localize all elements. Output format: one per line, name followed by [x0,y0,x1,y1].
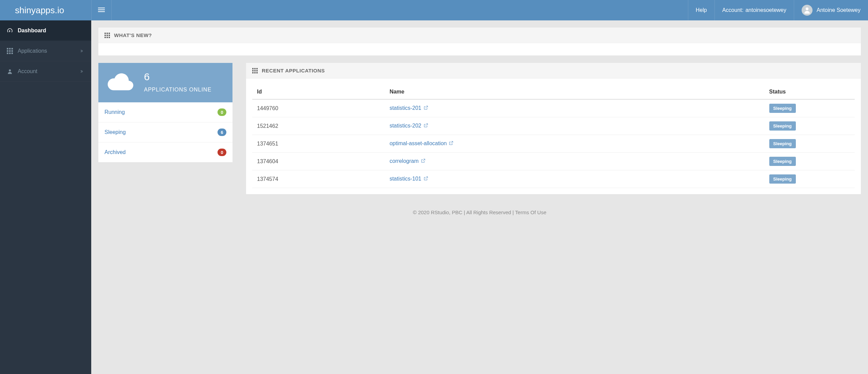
terms-link[interactable]: Terms Of Use [515,209,546,215]
svg-rect-11 [9,52,11,54]
table-row: 1449760statistics-201Sleeping [252,99,855,117]
svg-rect-31 [256,72,258,73]
account-label: Account: [722,7,743,13]
stat-row-sleeping[interactable]: Sleeping6 [98,122,232,142]
external-link-icon[interactable] [423,105,428,112]
stat-row-archived[interactable]: Archived0 [98,142,232,162]
svg-rect-28 [256,70,258,71]
app-name-link[interactable]: statistics-202 [389,123,421,129]
svg-rect-25 [256,68,258,69]
grid-icon [105,33,110,38]
external-link-icon[interactable] [421,158,425,165]
chevron-right-icon [80,68,84,74]
account-switcher[interactable]: Account: antoinesoetewey [714,0,794,20]
svg-rect-4 [7,48,9,50]
app-id: 1374651 [252,135,385,153]
col-id: Id [252,85,385,99]
whats-new-body [98,43,861,55]
state-label: Sleeping [105,129,126,135]
footer: © 2020 RStudio, PBC | All Rights Reserve… [98,201,861,219]
app-name-link[interactable]: correlogram [389,158,418,164]
svg-rect-15 [107,33,108,34]
app-id: 1374574 [252,170,385,188]
svg-rect-8 [9,50,11,52]
table-row: 1374574statistics-101Sleeping [252,170,855,188]
svg-rect-17 [105,35,106,36]
svg-rect-7 [7,50,9,52]
sidebar-item-account[interactable]: Account [0,61,91,82]
status-button[interactable]: Sleeping [769,174,796,184]
svg-rect-9 [12,50,13,52]
avatar-icon [802,5,813,16]
svg-rect-26 [252,70,254,71]
sidebar-item-dashboard[interactable]: Dashboard [0,20,91,41]
main-content: WHAT'S NEW? 6 APPLICATIONS ONLINE [91,20,868,374]
stat-label: APPLICATIONS ONLINE [144,87,211,93]
state-count-badge: 0 [218,108,226,116]
top-header: shinyapps.io Help Account: antoinesoetew… [0,0,868,20]
recent-apps-table: Id Name Status 1449760statistics-201Slee… [252,85,855,188]
user-icon [7,68,16,74]
hamburger-icon [98,6,105,14]
svg-rect-19 [109,35,110,36]
state-label: Running [105,109,125,115]
stat-row-running[interactable]: Running0 [98,102,232,122]
svg-rect-0 [98,7,105,8]
stat-count: 6 [144,71,211,83]
app-name-link[interactable]: optimal-asset-allocation [389,140,447,146]
col-status: Status [765,85,855,99]
svg-point-3 [806,7,808,10]
svg-rect-29 [252,72,254,73]
table-row: 1374604correlogramSleeping [252,153,855,170]
app-name-link[interactable]: statistics-101 [389,176,421,182]
state-label: Archived [105,149,126,155]
svg-rect-6 [12,48,13,50]
cloud-icon [106,71,135,93]
svg-rect-5 [9,48,11,50]
help-link[interactable]: Help [688,0,714,20]
menu-toggle-button[interactable] [91,0,112,20]
col-name: Name [385,85,764,99]
account-name: antoinesoetewey [745,7,786,13]
status-button[interactable]: Sleeping [769,104,796,113]
sidebar-item-applications[interactable]: Applications [0,41,91,61]
user-menu[interactable]: Antoine Soetewey [794,0,868,20]
status-button[interactable]: Sleeping [769,157,796,166]
svg-rect-10 [7,52,9,54]
applications-stat-card: 6 APPLICATIONS ONLINE Running0Sleeping6A… [98,63,233,163]
chevron-right-icon [80,48,84,54]
svg-rect-22 [109,37,110,38]
user-display-name: Antoine Soetewey [817,7,861,13]
external-link-icon[interactable] [423,176,428,182]
status-button[interactable]: Sleeping [769,121,796,131]
svg-rect-18 [107,35,108,36]
svg-rect-30 [254,72,256,73]
app-id: 1521462 [252,117,385,135]
dashboard-icon [7,28,16,34]
external-link-icon[interactable] [449,141,453,147]
app-name-link[interactable]: statistics-201 [389,105,421,111]
sidebar-item-label: Applications [18,48,80,54]
app-id: 1449760 [252,99,385,117]
svg-rect-20 [105,37,106,38]
svg-rect-23 [252,68,254,69]
grid-icon [252,68,258,73]
svg-rect-14 [105,33,106,34]
recent-apps-title: RECENT APPLICATIONS [262,68,325,73]
whats-new-panel: WHAT'S NEW? [98,27,861,56]
svg-rect-21 [107,37,108,38]
recent-apps-header: RECENT APPLICATIONS [246,63,861,79]
table-row: 1521462statistics-202Sleeping [252,117,855,135]
table-row: 1374651optimal-asset-allocationSleeping [252,135,855,153]
external-link-icon[interactable] [423,123,428,129]
logo[interactable]: shinyapps.io [0,5,91,16]
footer-rights: All Rights Reserved [466,209,511,215]
state-count-badge: 0 [218,149,226,156]
stat-summary: 6 APPLICATIONS ONLINE [98,63,232,102]
sidebar: DashboardApplicationsAccount [0,20,91,374]
svg-point-13 [9,69,11,71]
status-button[interactable]: Sleeping [769,139,796,148]
svg-rect-27 [254,70,256,71]
sidebar-item-label: Dashboard [18,28,84,34]
app-id: 1374604 [252,153,385,170]
